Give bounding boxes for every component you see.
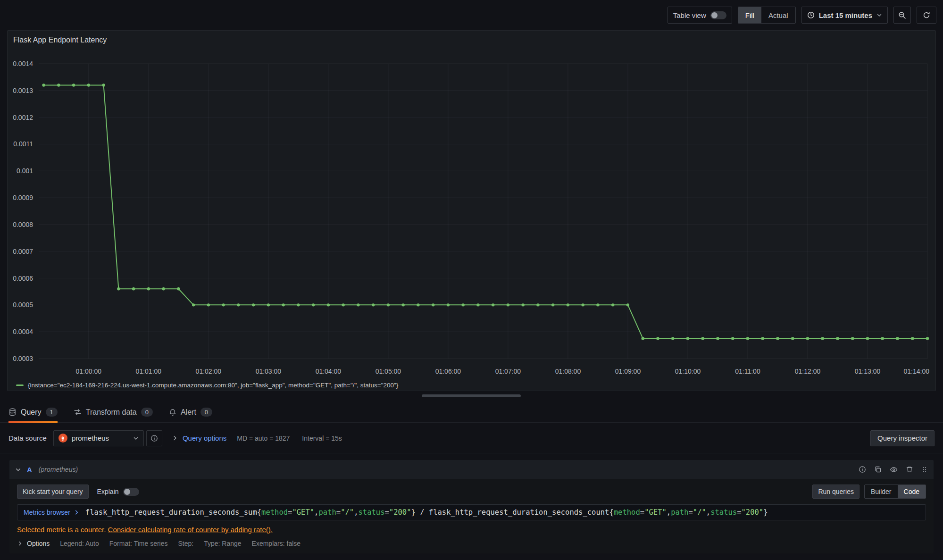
counter-warning: Selected metric is a counter. Consider c… (17, 526, 926, 534)
kick-start-query-button[interactable]: Kick start your query (17, 485, 89, 499)
option-exemplars: Exemplars: false (252, 540, 300, 547)
datasource-help-button[interactable] (146, 430, 162, 446)
metrics-browser-toggle[interactable]: Metrics browser (17, 509, 85, 516)
query-options-label: Query options (183, 434, 226, 442)
tab-query[interactable]: Query 1 (8, 402, 58, 422)
table-view-switch[interactable] (710, 11, 726, 19)
query-options-footer: Options Legend: Auto Format: Time series… (17, 540, 926, 547)
tab-transform-data[interactable]: Transform data 0 (74, 402, 153, 422)
actual-option[interactable]: Actual (761, 7, 795, 23)
chevron-down-icon (876, 12, 882, 18)
option-format: Format: Time series (109, 540, 168, 547)
grafana-panel-editor: Table view Fill Actual Last 15 minutes (0, 0, 943, 560)
tab-transform-count: 0 (141, 408, 153, 417)
latency-panel: Flask App Endpoint Latency 0.00030.00040… (7, 30, 936, 391)
explain-switch[interactable] (123, 488, 139, 496)
svg-text:01:08:00: 01:08:00 (555, 368, 581, 375)
svg-text:0.0014: 0.0014 (13, 60, 33, 67)
run-queries-button[interactable]: Run queries (812, 485, 860, 499)
svg-text:0.0013: 0.0013 (13, 87, 33, 94)
code-mode-button[interactable]: Code (898, 485, 926, 498)
svg-text:01:01:00: 01:01:00 (136, 368, 162, 375)
info-circle-icon[interactable] (859, 466, 866, 473)
tab-alert[interactable]: Alert 0 (169, 402, 212, 422)
legend-item[interactable]: {instance="ec2-184-169-216-224.us-west-1… (16, 382, 398, 389)
editor-toolbar: Table view Fill Actual Last 15 minutes (0, 0, 943, 30)
table-view-label: Table view (673, 11, 706, 19)
svg-text:0.0008: 0.0008 (13, 221, 33, 228)
datasource-label: Data source (8, 434, 47, 442)
svg-text:01:02:00: 01:02:00 (196, 368, 222, 375)
svg-text:01:10:00: 01:10:00 (675, 368, 701, 375)
promql-editor[interactable]: Metrics browser flask_http_request_durat… (17, 504, 926, 520)
table-view-group: Table view (668, 7, 732, 24)
query-toolbar: Kick start your query Explain Run querie… (9, 479, 934, 499)
delete-query-icon[interactable] (906, 466, 913, 473)
tab-alert-count: 0 (200, 408, 212, 417)
svg-text:0.0009: 0.0009 (13, 194, 33, 201)
promql-expression[interactable]: flask_http_request_duration_seconds_sum{… (85, 508, 926, 517)
svg-text:0.0004: 0.0004 (13, 328, 33, 335)
query-options-toggle[interactable]: Query options (172, 434, 226, 442)
svg-text:0.0007: 0.0007 (13, 248, 33, 255)
svg-text:0.001: 0.001 (17, 167, 33, 175)
svg-text:01:13:00: 01:13:00 (855, 368, 881, 375)
options-label: Options (27, 540, 50, 547)
chevron-down-icon[interactable] (15, 467, 21, 473)
datasource-picker[interactable]: prometheus (53, 430, 144, 446)
fill-option[interactable]: Fill (738, 7, 761, 23)
tab-transform-label: Transform data (86, 408, 137, 417)
svg-text:0.0006: 0.0006 (13, 275, 33, 282)
svg-text:0.0011: 0.0011 (13, 140, 33, 148)
svg-text:01:03:00: 01:03:00 (256, 368, 282, 375)
explain-label: Explain (97, 488, 119, 495)
zoom-out-icon (898, 11, 906, 19)
query-row-actions (859, 466, 928, 474)
clock-icon (807, 11, 815, 19)
query-inspector-button[interactable]: Query inspector (870, 430, 935, 446)
svg-text:01:06:00: 01:06:00 (435, 368, 461, 375)
toggle-visibility-icon[interactable] (890, 466, 898, 474)
latency-chart-plot[interactable]: 0.00030.00040.00050.00060.00070.00080.00… (8, 51, 936, 382)
option-step: Step: (178, 540, 193, 547)
chevron-down-icon (133, 435, 139, 441)
svg-text:0.0012: 0.0012 (13, 114, 33, 121)
datasource-name: prometheus (72, 434, 129, 442)
time-range-label: Last 15 minutes (819, 11, 872, 19)
svg-text:01:04:00: 01:04:00 (316, 368, 342, 375)
explain-group: Explain (97, 488, 139, 496)
time-range-picker[interactable]: Last 15 minutes (801, 7, 888, 24)
editor-tabs: Query 1 Transform data 0 Alert 0 (0, 402, 943, 423)
options-toggle[interactable]: Options (17, 540, 50, 547)
zoom-out-button[interactable] (893, 7, 911, 24)
query-row-header[interactable]: A (prometheus) (9, 460, 934, 479)
pane-splitter-handle[interactable] (422, 394, 521, 397)
svg-text:0.0005: 0.0005 (13, 301, 33, 309)
bell-icon (169, 409, 176, 416)
warning-text: Selected metric is a counter. (17, 526, 106, 534)
warning-rate-link[interactable]: Consider calculating rate of counter by … (108, 526, 273, 534)
duplicate-query-icon[interactable] (874, 466, 882, 473)
svg-text:01:09:00: 01:09:00 (615, 368, 641, 375)
tab-query-count: 1 (46, 408, 58, 417)
fill-actual-group: Fill Actual (738, 7, 796, 24)
query-ref-id[interactable]: A (27, 466, 32, 474)
tab-query-label: Query (21, 408, 42, 417)
svg-text:01:12:00: 01:12:00 (795, 368, 821, 375)
info-circle-icon (150, 435, 158, 442)
builder-code-group: Builder Code (864, 485, 926, 499)
svg-text:01:11:00: 01:11:00 (735, 368, 760, 375)
svg-text:01:00:00: 01:00:00 (76, 368, 102, 375)
prometheus-logo-icon (58, 434, 67, 443)
angle-right-icon (172, 435, 178, 441)
transform-icon (74, 408, 82, 416)
svg-text:0.0003: 0.0003 (13, 355, 33, 362)
builder-mode-button[interactable]: Builder (865, 485, 898, 498)
option-type: Type: Range (204, 540, 241, 547)
panel-title: Flask App Endpoint Latency (13, 36, 107, 44)
refresh-button[interactable] (917, 7, 936, 24)
angle-right-icon (17, 541, 23, 546)
database-icon (8, 408, 17, 416)
drag-handle-icon[interactable] (921, 466, 928, 473)
metrics-browser-label: Metrics browser (24, 509, 70, 516)
